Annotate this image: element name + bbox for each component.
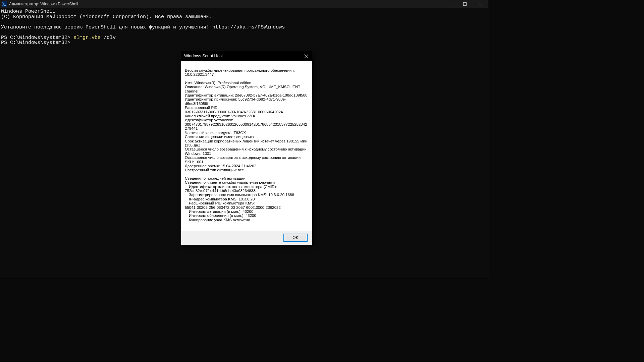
kms-pid-value: 55041-00206-256-060472-03-2057-6002.0000… [185, 205, 309, 209]
partial-product-key: Частичный ключ продукта: T83GX [185, 131, 309, 135]
minimize-button[interactable] [442, 0, 457, 8]
dialog-body: Версия службы лицензирования программног… [181, 61, 312, 231]
kms-registered-name: Зарегистрированное имя компьютера KMS: 1… [185, 193, 309, 197]
command-text: slmgr.vbs [73, 35, 101, 41]
extended-pid-value: 03612-03311-000-000001-03-1049-22631.000… [185, 110, 309, 114]
license-state: Состояние лицензии: имеет лицензию [185, 135, 309, 139]
prompt-prefix: PS C:\Windows\system32> [1, 35, 73, 41]
cmid-value: 752ae82e-07fe-441d-b6eb-43a93264833a [185, 189, 309, 193]
svg-rect-1 [448, 4, 451, 4]
cmid-label: Идентификатор клиентского компьютера (CM… [185, 185, 309, 189]
rearm-windows: Оставшееся число возвращений к исходному… [185, 147, 309, 156]
license-expiry: Срок активации корпоративных лицензий ис… [185, 139, 309, 147]
kms-cache: Кэширование узла KMS включено [185, 218, 309, 222]
renewal-interval: Интервал обновления (в мин.): 43200 [185, 214, 309, 218]
kms-client-info: Сведения о клиенте службы управления клю… [185, 180, 309, 184]
kms-ip: IP-адрес компьютера KMS: 10.3.0.20 [185, 197, 309, 201]
rearm-sku: Оставшееся число возвратов к исходному с… [185, 156, 309, 164]
window-title: Администратор: Windows PowerShell [9, 2, 442, 6]
svg-rect-2 [464, 3, 467, 6]
activation-type: Настроенный тип активации: все [185, 168, 309, 172]
close-button[interactable] [473, 0, 488, 8]
window-controls [442, 0, 488, 8]
ok-button[interactable]: OK [284, 234, 307, 241]
terminal-line: (C) Корпорация Майкрософт (Microsoft Cor… [1, 14, 212, 20]
installation-id-label: Идентификатор установки: [185, 118, 309, 122]
kms-pid-label: Расширенный PID компьютера KMS: [185, 201, 309, 205]
maximize-button[interactable] [457, 0, 473, 8]
dialog-titlebar[interactable]: Windows Script Host [181, 51, 312, 61]
script-host-dialog: Windows Script Host Версия службы лиценз… [181, 51, 312, 245]
dialog-footer: OK [181, 231, 312, 245]
key-channel: Канал ключей продуктов: Volume:GVLK [185, 114, 309, 118]
activation-id: Идентификатор активации: 2de67392-b7a7-4… [185, 93, 309, 97]
dialog-close-button[interactable] [300, 51, 312, 61]
installation-id-value: 3007470179879228310260126553091420178685… [185, 122, 309, 131]
window-titlebar[interactable]: Администратор: Windows PowerShell [0, 0, 488, 8]
last-activation-header: Сведения о последней активации: [185, 176, 309, 180]
svg-rect-0 [4, 5, 6, 6]
application-id: Идентификатор приложения: 55c92734-d682-… [185, 97, 309, 106]
edition-name: Имя: Windows(R), Professional edition [185, 81, 309, 85]
terminal-line: Windows PowerShell [1, 9, 55, 14]
description: Описание: Windows(R) Operating System, V… [185, 85, 309, 93]
powershell-icon [2, 1, 7, 7]
dialog-title: Windows Script Host [184, 54, 300, 58]
command-arg: /dlv [101, 35, 116, 41]
license-version: Версия службы лицензирования программног… [185, 68, 309, 77]
extended-pid-label: Расширенный PID: [185, 106, 309, 110]
terminal-line: Установите последнюю версию PowerShell д… [1, 24, 285, 30]
prompt-text: PS C:\Windows\system32> [1, 40, 70, 46]
activation-interval: Интервал активации (в мин.): 43200 [185, 209, 309, 214]
trusted-time: Доверенное время: 15.04.2024 21:46:02 [185, 164, 309, 168]
